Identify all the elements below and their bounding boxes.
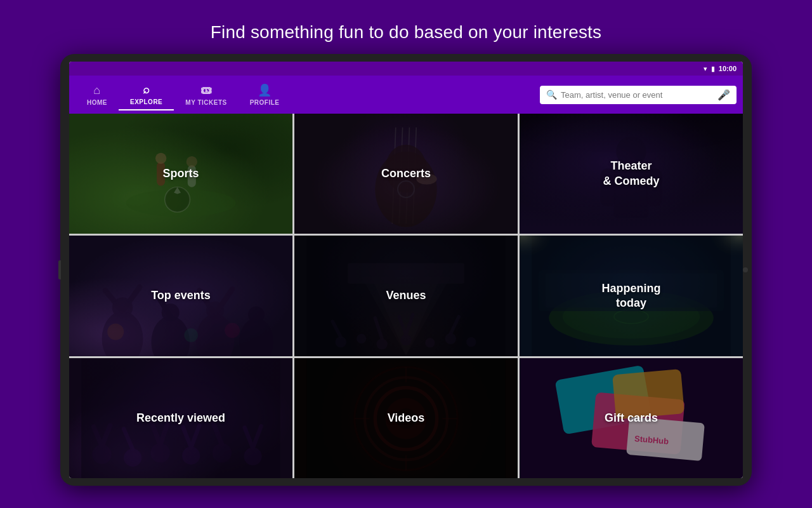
svg-rect-59 [546,274,717,308]
profile-icon: 👤 [258,83,272,97]
nav-bar: ⌂ HOME ⌕ EXPLORE 🎟 MY TICKETS 👤 PROFILE … [69,76,743,114]
nav-tabs: ⌂ HOME ⌕ EXPLORE 🎟 MY TICKETS 👤 PROFILE [75,79,291,110]
svg-point-35 [225,323,240,338]
grid-cell-sports[interactable]: Sports [69,114,292,234]
camera [743,267,748,272]
grid-cell-recently-viewed[interactable]: Recently viewed [69,358,292,478]
explore-icon: ⌕ [143,83,150,97]
nav-tab-profile[interactable]: 👤 PROFILE [239,79,291,110]
nav-label-profile: PROFILE [250,99,280,106]
grid-cell-videos[interactable]: Videos [294,358,518,478]
wifi-icon: ▾ [704,65,707,73]
nav-tab-explore[interactable]: ⌕ EXPLORE [119,79,174,110]
category-grid: Sports [69,114,743,478]
grid-cell-concerts[interactable]: Concerts [294,114,518,234]
happening-bg [520,236,743,356]
svg-point-31 [239,318,273,356]
tickets-icon: 🎟 [200,84,213,97]
search-bar[interactable]: 🔍 🎤 [540,86,737,104]
svg-rect-3 [157,162,165,186]
svg-point-46 [466,337,476,347]
search-input[interactable] [561,90,714,100]
nav-tab-home[interactable]: ⌂ HOME [75,80,119,110]
recently-bg [69,358,292,478]
svg-rect-78 [81,358,280,478]
svg-point-41 [357,334,366,344]
svg-rect-39 [348,264,464,284]
nav-tab-my-tickets[interactable]: 🎟 MY TICKETS [174,80,238,110]
grid-cell-gift-cards[interactable]: StubHub Gift cards [520,358,743,478]
svg-rect-91 [612,369,684,419]
concerts-bg [294,114,518,234]
tablet-frame: ▾ ▮ 10:00 ⌂ HOME ⌕ EXPLORE 🎟 MY TICKETS [60,54,752,486]
status-bar: ▾ ▮ 10:00 [69,62,743,76]
svg-point-14 [416,173,436,184]
search-icon: 🔍 [546,90,557,100]
svg-rect-5 [188,165,196,187]
svg-point-32 [248,307,265,323]
sports-bg [69,114,292,234]
venues-bg [294,236,518,356]
battery-icon: ▮ [711,65,715,73]
gift-cards-bg: StubHub [520,358,743,478]
svg-point-44 [425,338,435,348]
page-title: Find something fun to do based on your i… [211,22,602,43]
nav-label-tickets: MY TICKETS [185,99,226,106]
theater-bg [520,114,743,234]
svg-point-34 [184,328,198,342]
svg-point-33 [107,324,124,340]
svg-point-24 [151,316,190,356]
grid-cell-venues[interactable]: Venues [294,236,518,356]
grid-cell-theater[interactable]: Theater& Comedy [520,114,743,234]
svg-point-84 [396,408,416,429]
mic-icon[interactable]: 🎤 [717,89,730,101]
nav-label-home: HOME [87,99,107,106]
tablet-screen: ▾ ▮ 10:00 ⌂ HOME ⌕ EXPLORE 🎟 MY TICKETS [69,62,743,478]
status-time: 10:00 [719,65,737,72]
grid-cell-top-events[interactable]: Top events [69,236,292,356]
nav-label-explore: EXPLORE [130,98,162,105]
videos-bg [294,358,518,478]
home-icon: ⌂ [93,84,100,97]
grid-cell-happening-today[interactable]: Happeningtoday [520,236,743,356]
side-button [58,260,61,279]
svg-point-6 [187,156,197,167]
svg-point-19 [520,114,743,182]
svg-point-4 [155,153,166,164]
svg-point-12 [386,145,427,193]
top-events-bg [69,236,292,356]
